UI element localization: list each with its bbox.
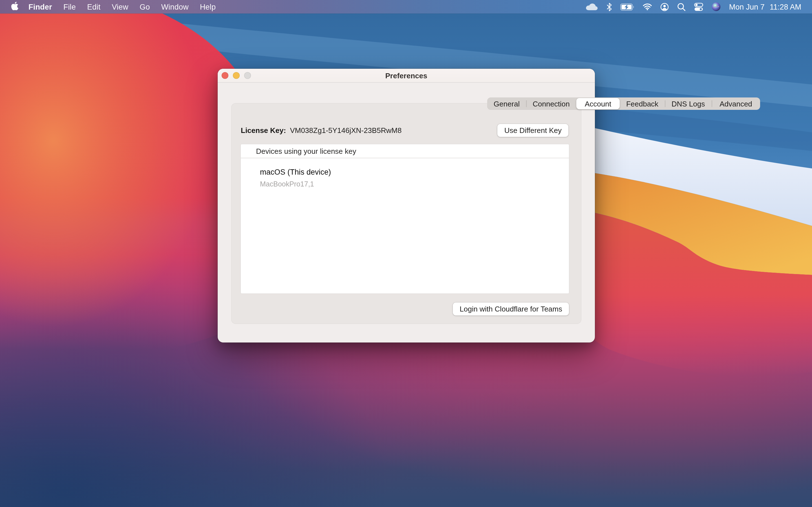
menu-go[interactable]: Go (134, 0, 155, 13)
siri-icon[interactable] (712, 0, 721, 13)
wifi-icon[interactable] (643, 0, 652, 13)
tab-connection[interactable]: Connection (526, 98, 576, 110)
menu-bar: Finder File Edit View Go Window Help (0, 0, 812, 13)
battery-charging-icon[interactable] (620, 0, 635, 13)
menu-help[interactable]: Help (194, 0, 221, 13)
apple-logo-icon (11, 2, 18, 12)
license-key-value: VM038Zg1-5Y146jXN-23B5RwM8 (290, 126, 402, 134)
clock-time: 11:28 AM (770, 3, 801, 11)
window-title: Preferences (218, 71, 595, 80)
clock-date: Mon Jun 7 (729, 3, 765, 11)
tab-advanced[interactable]: Advanced (712, 98, 760, 110)
login-with-teams-button[interactable]: Login with Cloudflare for Teams (453, 302, 569, 316)
devices-table-header: Devices using your license key (241, 144, 569, 158)
menu-window[interactable]: Window (156, 0, 194, 13)
device-list-item[interactable]: macOS (This device) MacBookPro17,1 (241, 158, 569, 188)
menu-file[interactable]: File (58, 0, 82, 13)
spotlight-search-icon[interactable] (677, 0, 686, 13)
close-button[interactable] (221, 72, 229, 79)
menu-edit[interactable]: Edit (82, 0, 106, 13)
bluetooth-icon[interactable] (607, 0, 612, 13)
apple-menu[interactable] (6, 0, 23, 13)
account-panel: License Key: VM038Zg1-5Y146jXN-23B5RwM8 … (231, 103, 581, 324)
user-account-icon[interactable] (660, 0, 669, 13)
screen: Finder File Edit View Go Window Help (0, 0, 812, 507)
window-title-bar[interactable]: Preferences (218, 69, 595, 83)
device-model: MacBookPro17,1 (260, 180, 569, 188)
tab-dns-logs[interactable]: DNS Logs (665, 98, 712, 110)
devices-table: Devices using your license key macOS (Th… (241, 144, 569, 293)
traffic-lights (221, 69, 251, 82)
tab-bar: General Connection Account Feedback DNS … (487, 98, 760, 110)
tab-account[interactable]: Account (576, 98, 620, 109)
control-center-icon[interactable] (694, 0, 703, 13)
use-different-key-button[interactable]: Use Different Key (498, 124, 568, 136)
license-row: License Key: VM038Zg1-5Y146jXN-23B5RwM8 … (241, 123, 568, 137)
login-row: Login with Cloudflare for Teams (241, 302, 569, 316)
device-name: macOS (This device) (260, 168, 569, 176)
menu-bar-clock[interactable]: Mon Jun 7 11:28 AM (729, 3, 801, 11)
menu-view[interactable]: View (106, 0, 134, 13)
license-key-label: License Key: (241, 126, 286, 134)
cloudflare-cloud-icon[interactable] (585, 0, 598, 13)
tab-general[interactable]: General (487, 98, 526, 110)
minimize-button[interactable] (233, 72, 240, 79)
tab-feedback[interactable]: Feedback (620, 98, 665, 110)
zoom-button-disabled (244, 72, 251, 79)
menu-bar-status: Mon Jun 7 11:28 AM (585, 0, 812, 13)
menu-bar-menus: Finder File Edit View Go Window Help (0, 0, 221, 13)
menu-finder[interactable]: Finder (23, 0, 58, 13)
preferences-window: Preferences General Connection Account F… (218, 69, 595, 342)
